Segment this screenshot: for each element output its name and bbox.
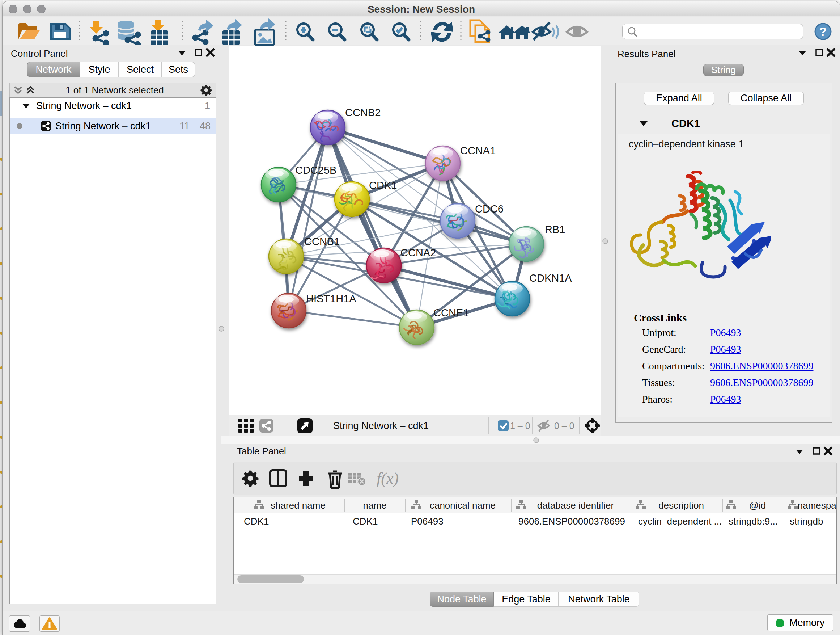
svg-text:RB1: RB1 [545,224,565,235]
svg-text:f(x): f(x) [377,470,399,487]
svg-text:description: description [658,500,704,511]
svg-text:HIST1H1A: HIST1H1A [306,293,356,304]
svg-text:shared name: shared name [271,500,325,511]
svg-text:CDC25B: CDC25B [295,165,336,176]
svg-text:String Network – cdk1: String Network – cdk1 [333,420,429,431]
svg-text:CCNB2: CCNB2 [345,107,381,119]
svg-text:name: name [363,500,386,511]
svg-text:?: ? [819,25,827,38]
svg-text:CCNA2: CCNA2 [401,247,436,258]
svg-text:namespace: namespace [798,500,836,511]
svg-text:1 of 1 Network selected: 1 of 1 Network selected [65,85,164,96]
svg-text:CDC6: CDC6 [475,203,504,215]
svg-text:0 – 0: 0 – 0 [554,421,575,431]
svg-text:CDKN1A: CDKN1A [529,272,572,284]
svg-text:CCNA1: CCNA1 [460,145,496,157]
svg-text:CDK1: CDK1 [369,180,397,191]
svg-text:CCNB1: CCNB1 [304,236,340,247]
svg-text:1 – 0: 1 – 0 [510,421,531,431]
svg-text:database identifier: database identifier [537,500,614,511]
svg-text:@id: @id [749,500,766,511]
svg-text:canonical name: canonical name [430,500,496,511]
svg-text:CCNE1: CCNE1 [433,307,469,318]
